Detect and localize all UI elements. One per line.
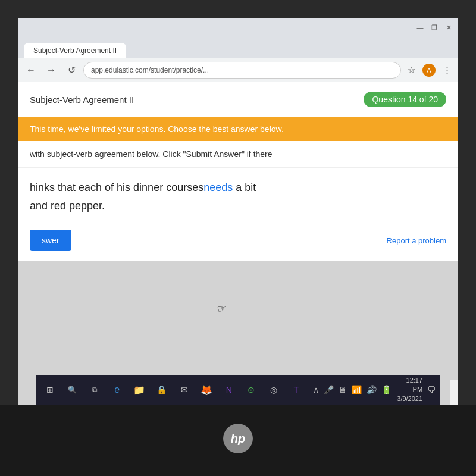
tab-bar: Subject-Verb Agreement II: [18, 37, 458, 58]
file-explorer-icon[interactable]: 📁: [130, 380, 149, 399]
clock-date: 3/9/2021: [396, 394, 423, 403]
chevron-up-icon[interactable]: ∧: [313, 385, 319, 394]
forward-button[interactable]: →: [43, 62, 60, 79]
toolbar-right-icons: ☆ A ⋮: [405, 64, 453, 77]
browser-toolbar: ← → ↺ app.edulastic.com/student/practice…: [18, 58, 458, 82]
url-text: app.edulastic.com/student/practice/...: [91, 66, 209, 74]
description-text: with subject-verb agreement below. Click…: [30, 149, 273, 159]
star-icon[interactable]: ☆: [405, 64, 418, 77]
browser-tab[interactable]: Subject-Verb Agreement II: [24, 43, 126, 58]
screen: — ❐ ✕ Subject-Verb Agreement II ← → ↺ ap…: [18, 18, 458, 405]
volume-icon[interactable]: 🔊: [367, 385, 377, 394]
question-badge: Question 14 of 20: [364, 92, 446, 107]
teams-icon[interactable]: T: [287, 380, 306, 399]
menu-icon[interactable]: ⋮: [440, 64, 453, 77]
ie-icon[interactable]: ◎: [264, 380, 283, 399]
description-box: with subject-verb agreement below. Click…: [18, 141, 458, 168]
firefox-icon[interactable]: 🦊: [197, 380, 216, 399]
taskbar: ⊞ 🔍 ⧉ e 📁 🔒 ✉ 🦊 N ⊙ ◎ T ∧ 🎤 🖥 📶: [36, 375, 440, 405]
monitor-frame: — ❐ ✕ Subject-Verb Agreement II ← → ↺ ap…: [0, 0, 476, 476]
profile-icon[interactable]: A: [422, 64, 436, 77]
chrome-icon[interactable]: ⊙: [242, 380, 261, 399]
question-text: hinks that each of his dinner coursesnee…: [30, 180, 446, 196]
question-line2-text: and red pepper.: [30, 200, 105, 212]
title-bar: — ❐ ✕: [18, 18, 458, 37]
start-button[interactable]: ⊞: [40, 380, 60, 399]
question-highlighted-word[interactable]: needs: [203, 181, 233, 193]
restore-button[interactable]: ❐: [430, 23, 439, 32]
monitor-icon[interactable]: 🖥: [339, 385, 347, 394]
top-bezel: [0, 0, 476, 18]
mic-icon[interactable]: 🎤: [324, 385, 334, 394]
battery-icon[interactable]: 🔋: [381, 385, 392, 394]
question-part1: hinks that each of his dinner courses: [30, 181, 203, 193]
address-bar[interactable]: app.edulastic.com/student/practice/...: [83, 62, 401, 79]
edge-icon[interactable]: e: [108, 380, 127, 399]
page-inner: Subject-Verb Agreement II Question 14 of…: [18, 82, 458, 380]
clock-time: 12:17 PM: [396, 376, 423, 394]
back-button[interactable]: ←: [23, 62, 39, 79]
instruction-bar: This time, we've limited your options. C…: [18, 117, 458, 141]
submit-button[interactable]: swer: [30, 230, 71, 251]
close-button[interactable]: ✕: [444, 23, 453, 32]
instruction-text: This time, we've limited your options. C…: [30, 124, 284, 134]
quiz-title: Subject-Verb Agreement II: [30, 95, 134, 105]
bottom-bezel: hp: [0, 405, 476, 476]
tab-label: Subject-Verb Agreement II: [33, 46, 117, 55]
clock[interactable]: 12:17 PM 3/9/2021: [396, 376, 423, 403]
onenote-icon[interactable]: N: [220, 380, 239, 399]
question-part2: a bit: [233, 181, 256, 193]
quiz-header: Subject-Verb Agreement II Question 14 of…: [18, 82, 458, 117]
report-link[interactable]: Report a problem: [387, 236, 446, 245]
refresh-button[interactable]: ↺: [63, 62, 80, 79]
question-line2: and red pepper.: [30, 198, 446, 214]
action-area: swer Report a problem: [18, 220, 458, 261]
lock-icon[interactable]: 🔒: [152, 380, 171, 399]
minimize-button[interactable]: —: [415, 23, 425, 32]
question-area: hinks that each of his dinner coursesnee…: [18, 168, 458, 220]
mail-icon[interactable]: ✉: [175, 380, 194, 399]
bottom-space: [18, 261, 458, 380]
search-button[interactable]: 🔍: [63, 380, 82, 399]
hp-logo: hp: [223, 424, 253, 453]
system-tray: ∧ 🎤 🖥 📶 🔊 🔋 12:17 PM 3/9/2021 🗨: [313, 376, 436, 403]
notification-icon[interactable]: 🗨: [427, 385, 436, 394]
page-background: Subject-Verb Agreement II Question 14 of…: [18, 82, 458, 405]
task-view-button[interactable]: ⧉: [85, 380, 104, 399]
wifi-icon[interactable]: 📶: [352, 385, 362, 394]
browser-window: — ❐ ✕ Subject-Verb Agreement II ← → ↺ ap…: [18, 18, 458, 405]
